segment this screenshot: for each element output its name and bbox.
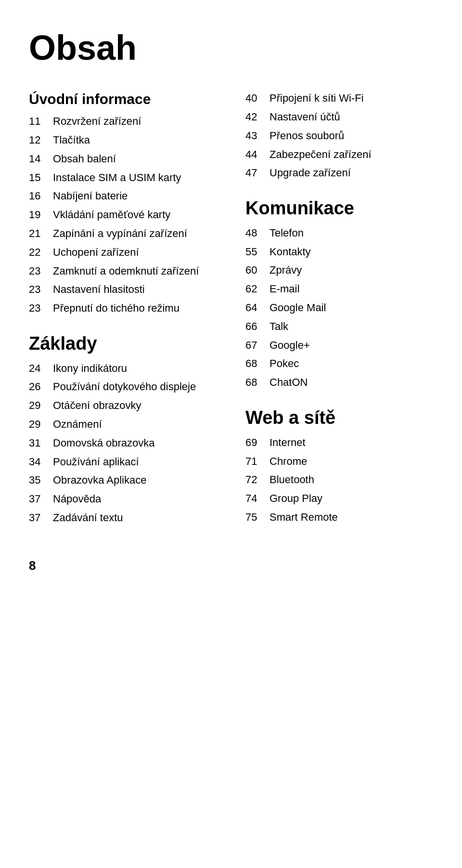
toc-text: Smart Remote <box>270 510 433 525</box>
left-column: Úvodní informace 11 Rozvržení zařízení 1… <box>29 91 217 529</box>
list-item: 67 Google+ <box>245 338 433 353</box>
toc-number: 48 <box>245 226 270 241</box>
list-item: 42 Nastavení účtů <box>245 110 433 125</box>
right-column: 40 Připojení k síti Wi-Fi 42 Nastavení ú… <box>245 91 433 529</box>
toc-number: 35 <box>29 473 53 488</box>
toc-number: 37 <box>29 492 53 507</box>
toc-number: 47 <box>245 166 270 181</box>
toc-number: 75 <box>245 510 270 525</box>
list-item: 62 E-mail <box>245 282 433 297</box>
toc-number: 60 <box>245 263 270 278</box>
toc-number: 67 <box>245 338 270 353</box>
list-item: 26 Používání dotykového displeje <box>29 380 217 395</box>
toc-text: Google Mail <box>270 301 433 316</box>
list-item: 19 Vkládání paměťové karty <box>29 208 217 223</box>
list-item: 12 Tlačítka <box>29 133 217 148</box>
toc-text: Kontakty <box>270 245 433 260</box>
toc-number: 11 <box>29 114 53 129</box>
toc-text: Chrome <box>270 454 433 469</box>
toc-number: 44 <box>245 147 270 162</box>
list-item: 31 Domovská obrazovka <box>29 436 217 451</box>
toc-number: 23 <box>29 301 53 316</box>
toc-text: Zprávy <box>270 263 433 278</box>
list-item: 72 Bluetooth <box>245 473 433 487</box>
toc-text: Vkládání paměťové karty <box>53 208 217 223</box>
list-item: 68 ChatON <box>245 375 433 390</box>
toc-number: 23 <box>29 264 53 279</box>
toc-text: Ikony indikátoru <box>53 361 217 376</box>
toc-text: Telefon <box>270 226 433 241</box>
toc-text: Upgrade zařízení <box>270 166 433 181</box>
toc-text: Uchopení zařízení <box>53 245 217 260</box>
toc-number: 72 <box>245 473 270 487</box>
zaklady-section: Základy 24 Ikony indikátoru 26 Používání… <box>29 333 217 526</box>
toc-text: Přepnutí do tichého režimu <box>53 301 217 316</box>
toc-text: Talk <box>270 319 433 334</box>
toc-text: Obrazovka Aplikace <box>53 473 217 488</box>
toc-text: Bluetooth <box>270 473 433 487</box>
toc-text: Nabíjení baterie <box>53 189 217 204</box>
toc-number: 42 <box>245 110 270 125</box>
toc-number: 14 <box>29 152 53 167</box>
list-item: 23 Přepnutí do tichého režimu <box>29 301 217 316</box>
toc-number: 34 <box>29 455 53 470</box>
list-item: 69 Internet <box>245 435 433 450</box>
toc-text: Používání dotykového displeje <box>53 380 217 395</box>
toc-text: Nastavení účtů <box>270 110 433 125</box>
list-item: 37 Zadávání textu <box>29 511 217 526</box>
list-item: 60 Zprávy <box>245 263 433 278</box>
toc-text: E-mail <box>270 282 433 297</box>
list-item: 35 Obrazovka Aplikace <box>29 473 217 488</box>
toc-text: Nastavení hlasitosti <box>53 282 217 297</box>
toc-text: Pokec <box>270 356 433 371</box>
toc-number: 68 <box>245 375 270 390</box>
list-item: 22 Uchopení zařízení <box>29 245 217 260</box>
toc-number: 15 <box>29 171 53 185</box>
toc-number: 66 <box>245 319 270 334</box>
toc-number: 55 <box>245 245 270 260</box>
toc-text: Přenos souborů <box>270 129 433 144</box>
list-item: 47 Upgrade zařízení <box>245 166 433 181</box>
toc-number: 43 <box>245 129 270 144</box>
list-item: 23 Nastavení hlasitosti <box>29 282 217 297</box>
toc-number: 37 <box>29 511 53 526</box>
list-item: 14 Obsah balení <box>29 152 217 167</box>
toc-number: 16 <box>29 189 53 204</box>
toc-text: Zadávání textu <box>53 511 217 526</box>
toc-text: Zapínání a vypínání zařízení <box>53 226 217 241</box>
zaklady-heading: Základy <box>29 333 217 355</box>
list-item: 15 Instalace SIM a USIM karty <box>29 171 217 185</box>
intro-heading: Úvodní informace <box>29 91 217 107</box>
toc-text: Instalace SIM a USIM karty <box>53 171 217 185</box>
list-item: 64 Google Mail <box>245 301 433 316</box>
toc-number: 22 <box>29 245 53 260</box>
toc-text: ChatON <box>270 375 433 390</box>
content-wrapper: Úvodní informace 11 Rozvržení zařízení 1… <box>29 91 433 529</box>
web-section: Web a sítě 69 Internet 71 Chrome 72 Blue… <box>245 408 433 525</box>
list-item: 74 Group Play <box>245 491 433 506</box>
komunikace-section: Komunikace 48 Telefon 55 Kontakty 60 Zpr… <box>245 198 433 390</box>
toc-number: 68 <box>245 356 270 371</box>
list-item: 44 Zabezpečení zařízení <box>245 147 433 162</box>
toc-number: 12 <box>29 133 53 148</box>
page-title: Obsah <box>29 29 433 67</box>
toc-number: 23 <box>29 282 53 297</box>
list-item: 29 Oznámení <box>29 417 217 432</box>
list-item: 75 Smart Remote <box>245 510 433 525</box>
toc-text: Obsah balení <box>53 152 217 167</box>
list-item: 34 Používání aplikací <box>29 455 217 470</box>
list-item: 48 Telefon <box>245 226 433 241</box>
list-item: 68 Pokec <box>245 356 433 371</box>
toc-number: 26 <box>29 380 53 395</box>
toc-text: Oznámení <box>53 417 217 432</box>
toc-text: Domovská obrazovka <box>53 436 217 451</box>
right-top-section: 40 Připojení k síti Wi-Fi 42 Nastavení ú… <box>245 91 433 181</box>
list-item: 16 Nabíjení baterie <box>29 189 217 204</box>
intro-section: Úvodní informace 11 Rozvržení zařízení 1… <box>29 91 217 316</box>
toc-text: Používání aplikací <box>53 455 217 470</box>
toc-text: Otáčení obrazovky <box>53 398 217 413</box>
list-item: 29 Otáčení obrazovky <box>29 398 217 413</box>
toc-number: 31 <box>29 436 53 451</box>
toc-text: Zamknutí a odemknutí zařízení <box>53 264 217 279</box>
toc-text: Zabezpečení zařízení <box>270 147 433 162</box>
